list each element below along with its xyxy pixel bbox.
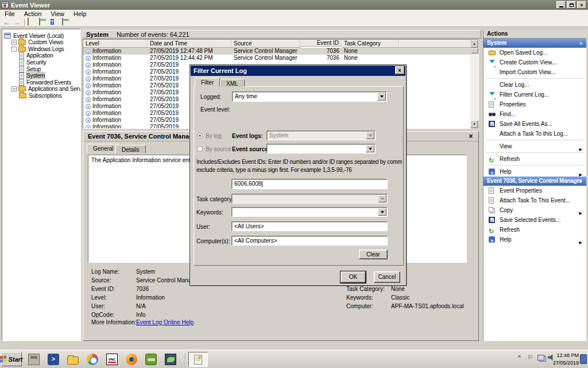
action-properties[interactable]: Properties: [483, 99, 586, 109]
actions-section-system[interactable]: System▲: [483, 39, 586, 48]
action-refresh[interactable]: Refresh: [483, 225, 586, 235]
action-copy[interactable]: Copy▶: [483, 205, 586, 215]
column-header-event-id[interactable]: Event ID: [300, 40, 342, 47]
event-sources-combobox[interactable]: [266, 144, 376, 154]
vertical-scrollbar[interactable]: ▲ ▼: [470, 40, 478, 128]
tree-item-subscriptions[interactable]: Subscriptions: [19, 92, 61, 99]
powershell-launcher[interactable]: >: [46, 352, 61, 366]
tree-item-event-viewer-local[interactable]: Event Viewer (Local): [4, 32, 64, 39]
action-open-saved-log[interactable]: Open Saved Log...: [483, 48, 586, 57]
computers-input[interactable]: <All Computers>: [231, 236, 388, 246]
collapse-icon[interactable]: -: [11, 47, 17, 52]
restore-button[interactable]: [567, 1, 576, 9]
collapse-icon[interactable]: ▲: [579, 41, 583, 45]
action-clear-log[interactable]: Clear Log...: [483, 80, 586, 90]
menu-help[interactable]: Help: [69, 10, 91, 18]
action-create-custom-view[interactable]: Create Custom View...: [483, 57, 586, 67]
dialog-close-icon[interactable]: ×: [395, 66, 404, 74]
chevron-down-icon[interactable]: [378, 208, 386, 216]
start-button[interactable]: Start: [1, 352, 22, 366]
vsphere-client-launcher[interactable]: [144, 352, 158, 366]
help-icon[interactable]: ?: [51, 18, 60, 26]
logged-combobox[interactable]: Any time: [232, 91, 387, 102]
collapse-icon[interactable]: ▲: [579, 179, 583, 183]
firefox-launcher[interactable]: [124, 352, 139, 366]
action-event-properties[interactable]: Event Properties: [483, 186, 586, 195]
tab-details[interactable]: Details: [115, 145, 146, 154]
action-save-all-events-as[interactable]: Save All Events As...: [483, 119, 586, 129]
event-logs-label: Event logs:: [232, 133, 263, 139]
show-desktop-button[interactable]: [580, 354, 587, 364]
ok-button[interactable]: OK: [341, 271, 366, 283]
action-view[interactable]: View▶: [483, 141, 586, 151]
menu-view[interactable]: View: [46, 10, 69, 18]
actions-section-event-7036-service-control-manager[interactable]: Event 7036, Service Control Manager▲: [483, 177, 586, 186]
scroll-down-icon[interactable]: ▼: [470, 120, 478, 128]
menu-action[interactable]: Action: [20, 10, 47, 18]
tree-item-setup[interactable]: Setup: [19, 66, 41, 72]
clear-button[interactable]: Clear: [359, 250, 388, 259]
tree-item-application[interactable]: Application: [19, 52, 53, 59]
table-row[interactable]: iInformation27/05/2019 12:44:42 PMServic…: [83, 55, 471, 62]
action-import-custom-view[interactable]: Import Custom View...: [483, 67, 586, 77]
console-window-icon-2[interactable]: [62, 18, 72, 26]
vnc-viewer-launcher[interactable]: VNC: [105, 352, 119, 366]
action-refresh[interactable]: Refresh: [483, 154, 586, 164]
column-header-date-and-time[interactable]: Date and Time: [148, 40, 231, 48]
expand-icon[interactable]: +: [11, 40, 17, 45]
action-help[interactable]: Help▶: [483, 167, 586, 177]
chevron-down-icon[interactable]: [377, 93, 386, 101]
back-icon[interactable]: ←: [2, 19, 11, 26]
notifications-flag-icon[interactable]: ⚐: [527, 354, 534, 361]
tree-item-windows-logs[interactable]: -Windows Logs: [11, 45, 64, 52]
menu-file[interactable]: File: [0, 10, 20, 18]
action-attach-task-to-this-event[interactable]: Attach Task To This Event...: [483, 195, 586, 205]
window-titlebar[interactable]: Event Viewer ×: [0, 0, 588, 10]
taskbar-clock[interactable]: 12:48 PM 27/05/2019: [553, 352, 579, 367]
console-window-icon[interactable]: [39, 18, 49, 26]
chevron-down-icon[interactable]: [366, 145, 374, 152]
column-header-level[interactable]: Level: [83, 40, 148, 48]
source-cell: Service Control Manager: [231, 55, 300, 62]
detail-value-task-category: None: [391, 286, 405, 292]
log-view-header: System Number of events: 64,221: [83, 30, 481, 39]
network-icon[interactable]: [537, 355, 544, 361]
scrollbar-thumb[interactable]: [470, 48, 478, 53]
hidden-icons-chevron[interactable]: ^: [516, 354, 523, 361]
close-button[interactable]: ×: [577, 1, 586, 9]
column-header-task-category[interactable]: Task Category: [342, 40, 399, 48]
action-find[interactable]: Find...: [483, 109, 586, 119]
column-header-source[interactable]: Source: [231, 40, 300, 48]
event-ids-input[interactable]: 6006,6008: [231, 179, 388, 189]
table-row[interactable]: iInformation27/05/2019 12:47:48 PMServic…: [83, 48, 471, 55]
minimize-button[interactable]: [556, 1, 566, 9]
action-save-selected-events[interactable]: Save Selected Events...: [483, 215, 586, 225]
source-cell: Service Control Manager: [231, 48, 300, 55]
submenu-arrow-icon: ▶: [579, 144, 582, 151]
expand-icon[interactable]: +: [11, 86, 17, 91]
tab-general[interactable]: General: [87, 144, 120, 154]
action-filter-current-log[interactable]: Filter Current Log...: [483, 90, 586, 99]
close-preview-icon[interactable]: ×: [467, 132, 475, 140]
detail-value-keywords: Classic: [391, 294, 409, 301]
forward-icon[interactable]: →: [13, 19, 21, 26]
remote-desktop-launcher[interactable]: [163, 352, 178, 366]
cancel-button[interactable]: Cancel: [374, 271, 400, 283]
file-explorer-launcher[interactable]: [65, 352, 80, 366]
server-manager-launcher[interactable]: [26, 352, 41, 366]
action-help[interactable]: Help▶: [483, 235, 586, 244]
taskbar-event-viewer-task[interactable]: [188, 352, 208, 367]
scroll-up-icon[interactable]: ▲: [470, 40, 478, 48]
dialog-titlebar[interactable]: Filter Current Log: [191, 66, 405, 76]
tree-item-security[interactable]: Security: [19, 59, 47, 66]
tab-filter[interactable]: Filter: [195, 78, 220, 87]
open-folder-icon[interactable]: [28, 18, 37, 26]
event-log-online-help-link[interactable]: Event Log Online Help: [136, 319, 194, 325]
tab-xml[interactable]: XML: [220, 79, 245, 87]
chrome-launcher[interactable]: [85, 352, 100, 366]
keywords-combobox[interactable]: [231, 207, 388, 217]
tree-item-forwarded-events[interactable]: Forwarded Events: [19, 79, 71, 86]
tree-item-system[interactable]: System: [19, 72, 45, 79]
action-attach-a-task-to-this-log[interactable]: Attach a Task To this Log...: [483, 129, 586, 139]
user-input[interactable]: <All Users>: [231, 221, 388, 231]
